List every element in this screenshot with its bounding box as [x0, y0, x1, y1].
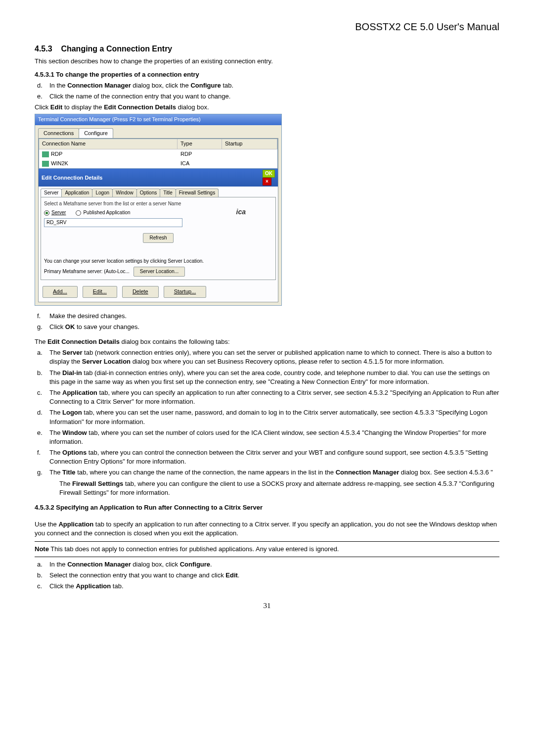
tab-desc-b: b. The Dial-in tab (dial-in connection e…	[35, 369, 499, 386]
firewall-desc: The Firewall Settings tab, where you can…	[35, 479, 499, 497]
conn-icon	[42, 151, 49, 157]
page-number: 31	[35, 601, 499, 611]
text: tab, where you can configure the client …	[59, 480, 494, 496]
text: In the	[49, 82, 67, 89]
refresh-button[interactable]: Refresh	[143, 233, 173, 243]
text: dialog box contains the following tabs:	[120, 338, 230, 345]
tab-desc-a: a. The Server tab (network connection en…	[35, 348, 499, 366]
text: Use the	[35, 520, 58, 528]
text: tab (dial-in connection entries only), w…	[49, 369, 490, 385]
tab-options[interactable]: Options	[136, 189, 160, 197]
radio-published-app[interactable]: Published Application	[76, 209, 130, 216]
connection-manager-window: Terminal Connection Manager (Press F2 to…	[35, 114, 282, 305]
text: tab, where you can specify an applicatio…	[49, 389, 499, 405]
text: The	[59, 480, 72, 487]
tab-firewall-settings[interactable]: Firewall Settings	[176, 189, 219, 197]
text: The	[35, 338, 47, 345]
window-title-text: Terminal Connection Manager (Press F2 to…	[38, 116, 201, 123]
text: tab to specify an application to run aft…	[35, 520, 497, 537]
radio-label: Published Application	[83, 209, 130, 216]
separator	[35, 557, 499, 557]
step-g: g. Click OK to save your changes.	[35, 323, 499, 331]
bold: Edit	[50, 103, 63, 111]
conn-icon	[42, 161, 49, 167]
text: Click	[49, 323, 65, 331]
configure-panel: Connection Name Type Startup RDP RDP WIN…	[38, 138, 278, 302]
bold: Connection Manager	[336, 469, 400, 476]
bold: OK	[65, 323, 75, 331]
bold: Edit Connection Details	[104, 103, 176, 111]
ok-button[interactable]: OK	[263, 170, 275, 178]
btn-label: Add...	[53, 288, 67, 294]
tab-window[interactable]: Window	[112, 189, 137, 197]
section-intro: This section describes how to change the…	[35, 57, 499, 66]
delete-button[interactable]: Delete	[122, 286, 159, 297]
server-location-button[interactable]: Server Location...	[134, 267, 185, 277]
inner-titlebar: Edit Connection Details OK ×	[39, 169, 278, 187]
tab-desc-e: e. The Window tab, where you can set the…	[35, 428, 499, 446]
list-item[interactable]: RDP RDP	[39, 149, 277, 159]
radio-server[interactable]: Server	[44, 209, 66, 216]
add-button[interactable]: Add...	[43, 286, 78, 297]
s2-step-b: b. Select the connection entry that you …	[35, 571, 499, 580]
btn-label: Delete	[133, 288, 148, 294]
edit-button[interactable]: Edit...	[83, 286, 117, 297]
text: tab, where you can set the number of col…	[49, 429, 486, 445]
cell: ICA	[178, 159, 222, 168]
ica-logo-icon: ica	[236, 207, 246, 217]
connection-list[interactable]: Connection Name Type Startup RDP RDP WIN…	[39, 139, 278, 169]
bold: Connection Manager	[67, 561, 131, 568]
tab-title[interactable]: Title	[160, 189, 176, 197]
close-icon[interactable]: ×	[263, 178, 271, 186]
col-name: Connection Name	[39, 139, 178, 148]
text: dialog box, click the	[131, 82, 191, 89]
outer-tab-strip: Connections Configure	[35, 125, 281, 138]
text: Click the	[49, 582, 76, 590]
tab-application[interactable]: Application	[61, 189, 92, 197]
tab-desc-g: g. The Title tab, where you can change t…	[35, 468, 499, 477]
text: dialog box.	[176, 103, 209, 111]
tab-logon[interactable]: Logon	[92, 189, 113, 197]
sub2-para: Use the Application tab to specify an ap…	[35, 520, 499, 538]
text: In the	[49, 561, 67, 568]
server-hint: Select a Metaframe server from the list …	[44, 200, 272, 207]
radio-icon	[76, 210, 81, 216]
bold: Options	[62, 449, 87, 456]
section-heading: 4.5.3 Changing a Connection Entry	[35, 44, 499, 54]
text: to save your changes.	[75, 323, 139, 331]
server-name-dropdown[interactable]: RD_SRV	[44, 218, 182, 227]
tab-server[interactable]: Server	[41, 189, 62, 197]
step-d: d. In the Connection Manager dialog box,…	[35, 81, 499, 90]
server-tab-panel: Select a Metaframe server from the list …	[41, 197, 276, 280]
text: The	[49, 349, 62, 356]
col-startup: Startup	[222, 139, 277, 148]
text: Click the name of the connection entry t…	[49, 93, 230, 100]
cell: RDP	[178, 149, 222, 159]
startup-button[interactable]: Startup...	[164, 286, 207, 297]
bold: Configure	[190, 82, 221, 89]
text: Make the desired changes.	[49, 312, 127, 320]
note-line: Note This tab does not apply to connecti…	[35, 545, 499, 554]
tab-configure[interactable]: Configure	[79, 128, 113, 138]
tab-connections[interactable]: Connections	[38, 128, 79, 138]
bold: Server	[62, 349, 82, 356]
text: Click	[35, 103, 50, 111]
list-item[interactable]: WIN2K ICA	[39, 159, 277, 168]
text: The	[49, 389, 62, 396]
text: tab.	[111, 582, 123, 590]
bold: Connection Manager	[67, 82, 131, 89]
bold: Application	[76, 582, 111, 590]
bold: Server Location	[82, 358, 131, 365]
note-label: Note	[35, 545, 49, 553]
text: The	[49, 449, 62, 456]
cell	[222, 159, 277, 168]
text: The	[49, 469, 62, 476]
separator	[35, 541, 499, 542]
bold: Edit	[225, 571, 238, 579]
bold: Firewall Settings	[72, 480, 123, 487]
tab-desc-d: d. The Logon tab, where you can set the …	[35, 408, 499, 426]
btn-label: Edit...	[93, 288, 107, 294]
window-titlebar: Terminal Connection Manager (Press F2 to…	[35, 114, 281, 125]
text: The	[49, 409, 62, 416]
tab-desc-c: c. The Application tab, where you can sp…	[35, 388, 499, 406]
